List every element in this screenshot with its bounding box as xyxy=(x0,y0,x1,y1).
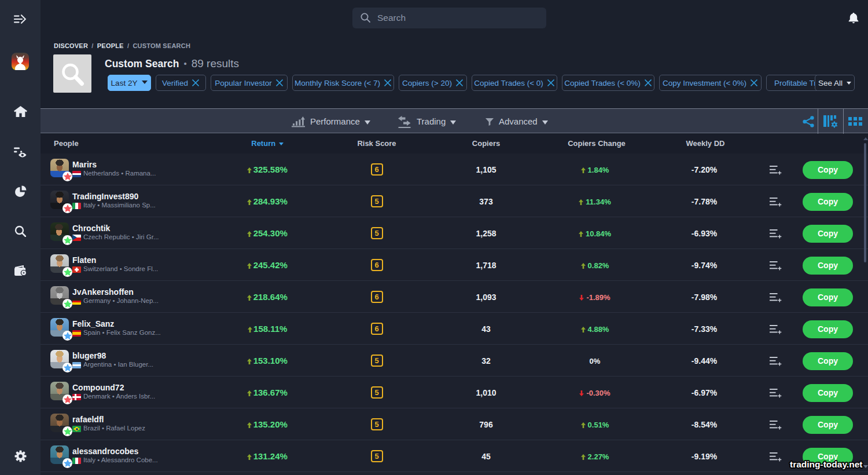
svg-text:trading-today.net: trading-today.net xyxy=(790,459,862,469)
